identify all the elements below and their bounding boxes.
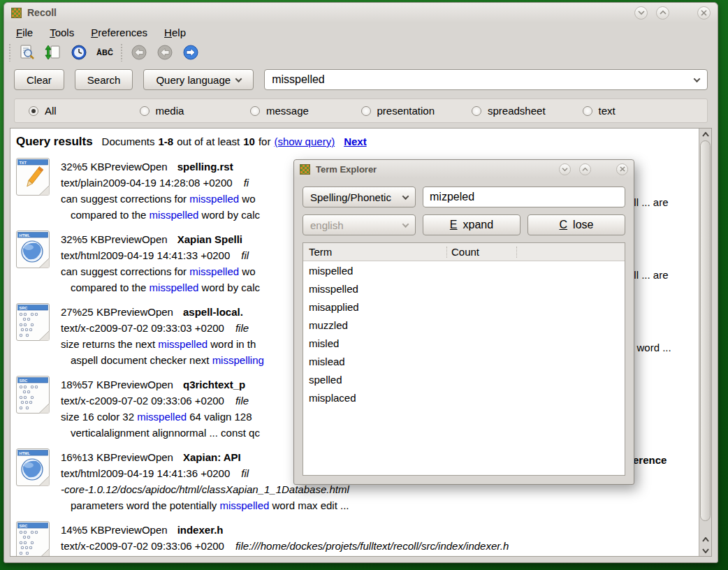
preview-link[interactable]: Preview	[110, 451, 147, 463]
snippet-text: parameters word the potentially	[71, 499, 219, 511]
preview-link[interactable]: Preview	[110, 306, 147, 318]
preview-link[interactable]: Preview	[105, 233, 142, 245]
dialog-close-button[interactable]	[616, 163, 628, 175]
term-cell[interactable]: misspelled	[309, 283, 446, 295]
count-column-header[interactable]: Count	[446, 247, 516, 258]
radio-button-icon[interactable]	[361, 106, 371, 116]
next-page-link[interactable]: Next	[344, 136, 367, 147]
show-query-link[interactable]: (show query)	[274, 136, 335, 147]
filter-presentation[interactable]: presentation	[361, 105, 472, 117]
open-link[interactable]: Open	[142, 233, 168, 245]
open-link[interactable]: Open	[147, 451, 173, 463]
filter-media[interactable]: media	[140, 105, 251, 117]
term-cell[interactable]: spelled	[309, 374, 446, 386]
result-size: 5 KB	[82, 524, 105, 536]
open-link[interactable]: Open	[142, 524, 168, 536]
clear-button[interactable]: Clear	[14, 69, 64, 90]
radio-button-icon[interactable]	[250, 106, 260, 116]
minimize-button[interactable]	[634, 6, 648, 20]
term-row[interactable]: misapplied	[303, 298, 625, 316]
radio-button-icon[interactable]	[472, 106, 481, 116]
menu-file[interactable]: File	[10, 24, 39, 41]
query-mode-dropdown[interactable]: Query language	[143, 69, 254, 90]
src-file-icon: SRC	[16, 521, 50, 557]
filter-message[interactable]: message	[250, 105, 361, 117]
close-button[interactable]	[697, 6, 711, 20]
snippet-text: compared to the	[71, 282, 150, 293]
term-row[interactable]: mislead	[303, 352, 625, 370]
dialog-titlebar[interactable]: Term Explorer	[294, 160, 634, 178]
document-history-button[interactable]	[68, 43, 89, 62]
term-cell[interactable]: mispelled	[309, 265, 446, 277]
term-table-header[interactable]: Term Count	[303, 243, 625, 261]
term-cell[interactable]: misplaced	[309, 392, 446, 404]
clock-icon	[71, 44, 87, 61]
radio-button-icon[interactable]	[29, 106, 38, 116]
search-button[interactable]: Search	[75, 69, 133, 90]
preview-link[interactable]: Preview	[105, 161, 142, 173]
advanced-search-button[interactable]	[17, 43, 38, 62]
dialog-maximize-button[interactable]	[579, 163, 591, 175]
term-row[interactable]: mispelled	[303, 261, 625, 279]
radio-button-icon[interactable]	[583, 106, 592, 116]
menu-tools[interactable]: Tools	[43, 24, 80, 41]
svg-text:HTML: HTML	[20, 233, 31, 238]
term-row[interactable]: spelled	[303, 370, 625, 388]
filter-spreadsheet[interactable]: spreadsheet	[472, 105, 583, 117]
previous-result-button[interactable]	[154, 43, 175, 62]
term-column-header[interactable]: Term	[303, 246, 446, 258]
toolbar-handle[interactable]	[120, 43, 124, 61]
back-page-button[interactable]	[129, 43, 150, 62]
toolbar-handle[interactable]	[8, 43, 12, 61]
term-cell[interactable]: misled	[309, 337, 446, 349]
filter-bar: Allmediamessagepresentationspreadsheette…	[14, 98, 708, 123]
menu-preferences[interactable]: Preferences	[85, 24, 154, 41]
term-cell[interactable]: muzzled	[309, 319, 446, 331]
scroll-up-button[interactable]	[699, 534, 711, 545]
snippet-text: -core-1.0.12/docs/apidoc/html/classXapia…	[61, 483, 349, 495]
filter-all[interactable]: All	[29, 105, 140, 117]
expansion-mode-dropdown[interactable]: Spelling/Phonetic	[303, 187, 416, 207]
expand-button[interactable]: Expand	[423, 214, 520, 235]
filter-text[interactable]: text	[583, 105, 694, 117]
term-row[interactable]: misplaced	[303, 388, 625, 407]
sort-parameters-button[interactable]	[43, 43, 64, 62]
close-dialog-button[interactable]: Close	[527, 214, 625, 235]
circle-arrow-left-icon	[156, 44, 173, 61]
chevron-down-icon	[702, 548, 709, 553]
scroll-down-button[interactable]	[699, 545, 711, 556]
of-label: out of at least	[177, 136, 240, 147]
maximize-button[interactable]	[656, 6, 669, 20]
term-explorer-button[interactable]: ÅBĈ	[94, 43, 115, 62]
term-input[interactable]	[423, 187, 625, 207]
open-link[interactable]: Open	[147, 379, 173, 390]
search-input[interactable]	[264, 69, 708, 90]
search-row: Clear Search Query language	[4, 66, 718, 90]
preview-link[interactable]: Preview	[110, 379, 147, 390]
next-result-button[interactable]	[180, 43, 201, 62]
preview-link[interactable]: Preview	[105, 524, 142, 536]
open-link[interactable]: Open	[142, 161, 168, 173]
result-size: 57 KB	[82, 379, 110, 390]
open-link[interactable]: Open	[147, 306, 173, 318]
language-dropdown[interactable]: english	[303, 214, 416, 235]
term-row[interactable]: muzzled	[303, 316, 625, 334]
term-row[interactable]: misled	[303, 334, 625, 352]
term-table-rows: mispelledmisspelledmisappliedmuzzledmisl…	[303, 261, 625, 407]
menu-help[interactable]: Help	[158, 24, 192, 41]
results-scrollbar[interactable]	[699, 129, 711, 556]
term-row[interactable]: misspelled	[303, 279, 625, 298]
term-cell[interactable]: mislead	[309, 356, 446, 367]
scroll-up-button[interactable]	[699, 129, 711, 140]
dialog-minimize-button[interactable]	[559, 163, 571, 175]
window-titlebar[interactable]: Recoll	[4, 3, 718, 22]
chevron-up-icon	[582, 167, 588, 172]
radio-button-icon[interactable]	[140, 106, 150, 116]
result-title: aspell-local.	[183, 306, 243, 318]
term-cell[interactable]: misapplied	[309, 301, 446, 313]
result-url: fil	[241, 249, 249, 261]
docs-total: 10	[243, 136, 255, 147]
scrollbar-thumb[interactable]	[700, 140, 711, 521]
filter-label: All	[45, 105, 57, 117]
result-date: 2009-04-19 14:41:33 +0200	[101, 249, 231, 261]
